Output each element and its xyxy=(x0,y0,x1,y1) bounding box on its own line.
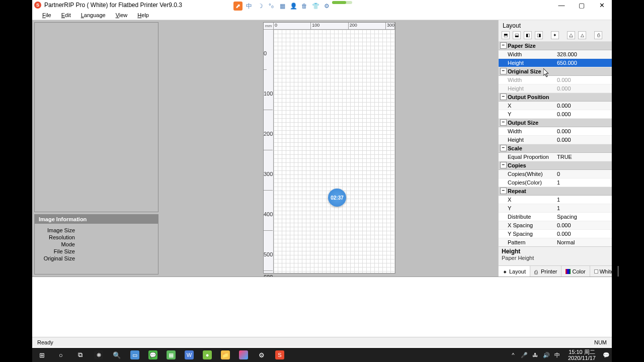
status-num: NUM xyxy=(594,339,607,345)
taskbar-app-1[interactable]: ❋ xyxy=(90,348,108,362)
prop-copies-color[interactable]: Copies(Color)1 xyxy=(499,178,612,187)
overlay-user-icon[interactable]: 👤 xyxy=(289,2,298,11)
timer-badge: 02:37 xyxy=(328,189,346,207)
tray-chevron-icon[interactable]: ^ xyxy=(510,351,517,358)
taskbar-search[interactable]: 🔍 xyxy=(108,348,126,362)
taskbar-settings[interactable]: ⚙ xyxy=(253,348,271,362)
section-repeat[interactable]: Repeat xyxy=(499,187,612,196)
minimize-button[interactable]: — xyxy=(557,1,566,9)
ruler-horizontal: 0 100 200 300 xyxy=(274,23,395,30)
taskbar-wechat[interactable]: 💬 xyxy=(144,348,162,362)
menu-language[interactable]: Language xyxy=(77,11,110,19)
align-right-icon[interactable]: ◨ xyxy=(535,31,543,39)
prop-scale-equal[interactable]: Equal ProportionTRUE xyxy=(499,153,612,161)
layout-tab-icon: ✦ xyxy=(503,269,508,274)
align-top-icon[interactable]: ⬒ xyxy=(502,31,510,39)
taskbar-wps[interactable]: W xyxy=(180,348,198,362)
taskview-button[interactable]: ⧉ xyxy=(70,348,90,362)
overlay-gear-icon[interactable]: ⚙ xyxy=(322,2,331,11)
taskbar-app-8[interactable] xyxy=(234,348,253,362)
tab-white[interactable]: White xyxy=(590,266,618,277)
help-title: Height xyxy=(502,248,609,255)
section-scale[interactable]: Scale xyxy=(499,144,612,153)
taskbar-clock[interactable]: 15:10 周二 2020/11/17 xyxy=(565,349,599,361)
taskbar-explorer[interactable]: 📁 xyxy=(216,348,234,362)
tray-mic-icon[interactable]: 🎤 xyxy=(521,351,528,358)
layout-title: Layout xyxy=(499,20,612,30)
taskbar-app-current[interactable]: S xyxy=(271,348,289,362)
prop-repeat-yspacing[interactable]: Y Spacing0.000 xyxy=(499,230,612,238)
overlay-tool-icon[interactable]: °₀ xyxy=(267,2,276,11)
close-button[interactable]: ✕ xyxy=(598,1,606,9)
status-ready: Ready xyxy=(37,339,53,345)
menu-view[interactable]: View xyxy=(112,11,132,19)
menu-help[interactable]: Help xyxy=(133,11,153,19)
info-file-size: File Size xyxy=(40,248,75,255)
tab-layout[interactable]: ✦Layout xyxy=(499,266,530,277)
overlay-moon-icon[interactable]: ☽ xyxy=(256,2,265,11)
tab-color[interactable]: Color xyxy=(561,266,590,277)
color-tab-icon xyxy=(566,269,571,274)
prop-paper-height[interactable]: Height650.000 xyxy=(499,59,612,67)
taskbar-app-4[interactable]: ▦ xyxy=(162,348,180,362)
info-resolution: Resolution xyxy=(40,234,75,241)
ruler-v-tick: 300 xyxy=(264,150,273,191)
tray-ime-icon[interactable]: 中 xyxy=(554,351,561,358)
prop-repeat-pattern[interactable]: PatternNormal xyxy=(499,238,612,246)
ruler-h-tick: 200 xyxy=(349,23,386,29)
prop-outsize-height[interactable]: Height0.000 xyxy=(499,136,612,144)
section-copies[interactable]: Copies xyxy=(499,161,612,170)
ruler-vertical: 0 100 200 300 400 500 600 xyxy=(264,30,274,273)
cortana-button[interactable]: ○ xyxy=(51,348,70,362)
layout-toolbar: ⬒ ⬓ ◧ ◨ ✦ ⧋ △ ⎙ xyxy=(499,30,612,42)
print-icon[interactable]: ⎙ xyxy=(594,31,602,39)
menu-edit[interactable]: Edit xyxy=(57,11,75,19)
flip-h-icon[interactable]: ⧋ xyxy=(567,31,575,39)
prop-repeat-xspacing[interactable]: X Spacing0.000 xyxy=(499,221,612,230)
info-original-size: Original Size xyxy=(40,255,75,262)
overlay-grid-icon[interactable]: ▦ xyxy=(278,2,287,11)
overlay-lang-icon[interactable]: 中 xyxy=(245,2,254,11)
tab-printer[interactable]: ⎙Printer xyxy=(530,266,561,277)
taskbar-app-2[interactable]: ▭ xyxy=(126,348,144,362)
ruler-h-tick: 300 xyxy=(386,23,395,29)
tray-notifications-icon[interactable]: 💬 xyxy=(603,351,610,358)
align-left-icon[interactable]: ◧ xyxy=(524,31,532,39)
overlay-app-icon[interactable]: ⬈ xyxy=(233,2,243,11)
ruler-v-tick: 200 xyxy=(264,110,273,150)
property-grid[interactable]: Paper Size Width328.000 Height650.000 Or… xyxy=(499,42,612,246)
preview-panel xyxy=(34,22,158,212)
ruler-h-tick: 100 xyxy=(311,23,348,29)
maximize-button[interactable]: ▢ xyxy=(578,1,586,9)
printer-tab-icon: ⎙ xyxy=(534,269,539,274)
overlay-progress xyxy=(332,1,352,4)
menu-file[interactable]: File xyxy=(38,11,55,19)
flip-v-icon[interactable]: △ xyxy=(578,31,586,39)
overlay-shirt-icon[interactable]: 👕 xyxy=(311,2,320,11)
align-bottom-icon[interactable]: ⬓ xyxy=(513,31,521,39)
prop-repeat-x[interactable]: X1 xyxy=(499,196,612,204)
section-original-size[interactable]: Original Size xyxy=(499,67,612,76)
prop-outpos-x[interactable]: X0.000 xyxy=(499,102,612,110)
prop-copies-white[interactable]: Copies(White)0 xyxy=(499,170,612,178)
prop-outpos-y[interactable]: Y0.000 xyxy=(499,110,612,119)
canvas-area[interactable]: mm 0 100 200 300 0 100 200 300 400 500 6… xyxy=(160,20,498,277)
white-tab-icon xyxy=(594,269,598,274)
section-paper-size[interactable]: Paper Size xyxy=(499,42,612,50)
section-output-size[interactable]: Output Size xyxy=(499,119,612,127)
tray-network-icon[interactable]: 🖧 xyxy=(532,351,539,358)
taskbar[interactable]: ⊞ ○ ⧉ ❋ 🔍 ▭ 💬 ▦ W ● 📁 ⚙ S ^ 🎤 🖧 🔊 中 15:1… xyxy=(32,348,612,362)
overlay-basket-icon[interactable]: 🗑 xyxy=(300,2,309,11)
ruler-v-tick: 100 xyxy=(264,70,273,110)
prop-repeat-distribute[interactable]: DistributeSpacing xyxy=(499,213,612,221)
prop-paper-width[interactable]: Width328.000 xyxy=(499,50,612,59)
prop-outsize-width[interactable]: Width0.000 xyxy=(499,127,612,136)
section-output-position[interactable]: Output Position xyxy=(499,93,612,102)
canvas-grid[interactable] xyxy=(274,30,395,273)
prop-orig-height: Height0.000 xyxy=(499,84,612,93)
start-button[interactable]: ⊞ xyxy=(32,348,51,362)
taskbar-app-6[interactable]: ● xyxy=(198,348,216,362)
center-icon[interactable]: ✦ xyxy=(551,31,559,39)
tray-volume-icon[interactable]: 🔊 xyxy=(543,351,550,358)
prop-repeat-y[interactable]: Y1 xyxy=(499,204,612,213)
